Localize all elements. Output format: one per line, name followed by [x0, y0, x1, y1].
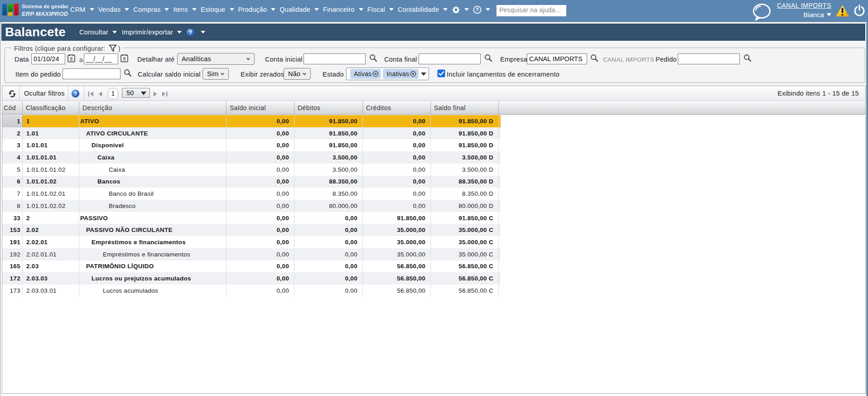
- svg-text:?: ?: [74, 91, 77, 97]
- svg-text:8: 8: [70, 57, 73, 62]
- svg-text:?: ?: [189, 29, 192, 35]
- svg-text:8: 8: [123, 57, 126, 62]
- svg-text:?: ?: [476, 7, 479, 12]
